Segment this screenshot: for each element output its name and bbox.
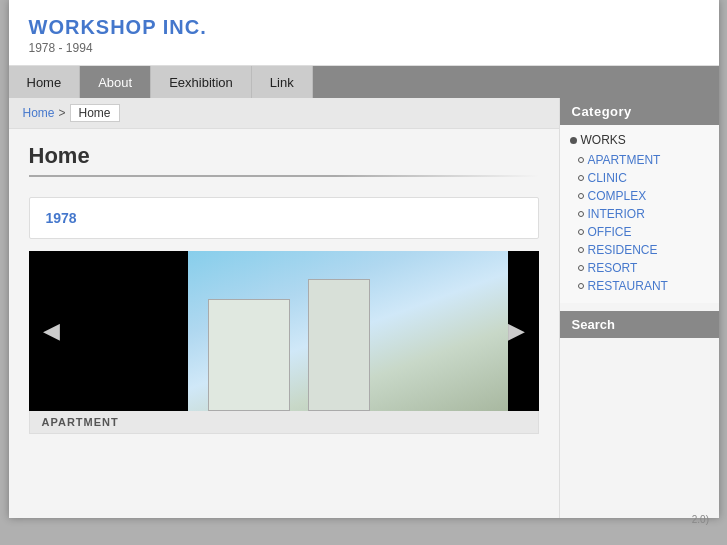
sidebar-category-content: WORKS APARTMENT CLINIC COMPLEX	[560, 125, 719, 303]
sidebar-item-restaurant[interactable]: RESTAURANT	[570, 277, 709, 295]
breadcrumb-separator: >	[59, 106, 66, 120]
next-arrow[interactable]: ▶	[502, 312, 531, 350]
photo-display	[188, 251, 508, 411]
year-block: 1978	[29, 197, 539, 239]
clinic-bullet	[578, 175, 584, 181]
sidebar-item-complex[interactable]: COMPLEX	[570, 187, 709, 205]
residence-bullet	[578, 247, 584, 253]
site-title: WORKSHOP INC.	[29, 16, 699, 39]
sidebar-item-clinic[interactable]: CLINIC	[570, 169, 709, 187]
breadcrumb-current: Home	[70, 104, 120, 122]
sidebar-works-label: WORKS	[570, 133, 709, 147]
nav-home[interactable]: Home	[9, 66, 81, 98]
breadcrumb: Home > Home	[9, 98, 559, 129]
sidebar-item-office[interactable]: OFFICE	[570, 223, 709, 241]
sidebar-item-interior[interactable]: INTERIOR	[570, 205, 709, 223]
breadcrumb-home-link[interactable]: Home	[23, 106, 55, 120]
prev-arrow[interactable]: ◀	[37, 312, 66, 350]
site-subtitle: 1978 - 1994	[29, 41, 699, 55]
office-bullet	[578, 229, 584, 235]
image-viewer: ◀ ▶	[29, 251, 539, 411]
works-bullet	[570, 137, 577, 144]
complex-bullet	[578, 193, 584, 199]
resort-bullet	[578, 265, 584, 271]
year-label[interactable]: 1978	[46, 210, 77, 226]
sidebar-item-apartment[interactable]: APARTMENT	[570, 151, 709, 169]
heading-divider	[29, 175, 539, 177]
version-text: 2.0)	[692, 514, 709, 525]
sidebar-item-resort[interactable]: RESORT	[570, 259, 709, 277]
nav-link[interactable]: Link	[252, 66, 313, 98]
image-caption: APARTMENT	[29, 411, 539, 434]
sidebar-category-header: Category	[560, 98, 719, 125]
page-title: Home	[29, 143, 539, 169]
sidebar: Category WORKS APARTMENT CLINIC	[559, 98, 719, 518]
restaurant-bullet	[578, 283, 584, 289]
nav-exhibition[interactable]: Eexhibition	[151, 66, 252, 98]
apartment-bullet	[578, 157, 584, 163]
sidebar-search-header: Search	[560, 311, 719, 338]
nav-about[interactable]: About	[80, 66, 151, 98]
main-nav: Home About Eexhibition Link	[9, 66, 719, 98]
sidebar-item-residence[interactable]: RESIDENCE	[570, 241, 709, 259]
interior-bullet	[578, 211, 584, 217]
